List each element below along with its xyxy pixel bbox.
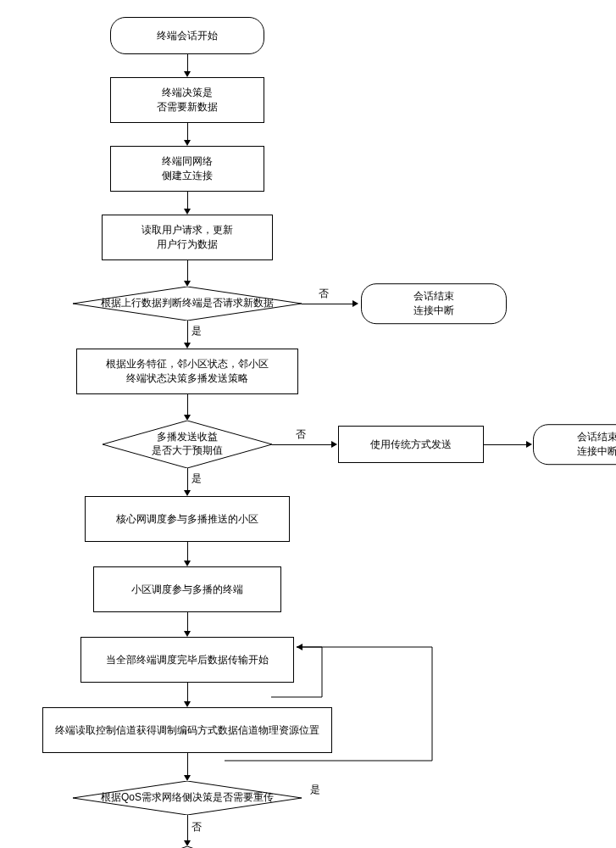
arrow [186, 192, 188, 215]
process-2: 终端同网络 侧建立连接 [110, 146, 264, 192]
process-2-text: 终端同网络 侧建立连接 [162, 154, 213, 183]
process-5: 核心网调度参与多播推送的小区 [85, 496, 290, 542]
end-2-text: 会话结束 连接中断 [577, 430, 616, 459]
decision-3-text: 根据QoS需求网络侧决策是否需要重传 [80, 791, 294, 805]
end-1: 会话结束 连接中断 [361, 283, 507, 324]
end-1-text: 会话结束 连接中断 [413, 289, 454, 318]
arrow [186, 612, 188, 637]
decision-2-text: 多播发送收益 是否大于预期值 [131, 431, 243, 457]
arrow-right: 否 [272, 441, 337, 448]
yes-label: 是 [310, 783, 320, 797]
alt-text: 使用传统方式发送 [370, 438, 452, 452]
arrow [186, 542, 188, 566]
start-text: 终端会话开始 [157, 29, 218, 43]
alt-process: 使用传统方式发送 [338, 426, 484, 463]
end-2: 会话结束 连接中断 [533, 424, 616, 465]
process-8-text: 终端读取控制信道获得调制编码方式数据信道物理资源位置 [55, 723, 319, 738]
arrow-right: 否 [302, 300, 358, 307]
process-6-text: 小区调度参与多播的终端 [131, 583, 243, 597]
arrow [186, 753, 188, 781]
arrow: 是 [186, 321, 188, 349]
process-7: 当全部终端调度完毕后数据传输开始 [80, 637, 294, 683]
no-label: 否 [191, 820, 202, 834]
arrow [186, 394, 188, 421]
arrow: 是 [186, 468, 188, 496]
arrow-right [484, 441, 532, 448]
decision-2: 多播发送收益 是否大于预期值 [103, 421, 272, 468]
no-label: 否 [296, 427, 306, 442]
process-1-text: 终端决策是 否需要新数据 [157, 86, 218, 114]
arrow [186, 260, 188, 287]
process-3: 读取用户请求，更新 用户行为数据 [102, 215, 273, 260]
process-8: 终端读取控制信道获得调制编码方式数据信道物理资源位置 [42, 707, 332, 753]
process-4-text: 根据业务特征，邻小区状态，邻小区 终端状态决策多播发送策略 [106, 357, 269, 386]
process-3-text: 读取用户请求，更新 用户行为数据 [142, 223, 233, 252]
decision-1-text: 根据上行数据判断终端是否请求新数据 [80, 297, 294, 310]
process-4: 根据业务特征，邻小区状态，邻小区 终端状态决策多播发送策略 [76, 349, 298, 394]
decision-1: 根据上行数据判断终端是否请求新数据 [73, 287, 302, 321]
arrow: 否 [186, 815, 188, 846]
decision-3: 根据QoS需求网络侧决策是否需要重传 [73, 781, 302, 815]
arrow [186, 54, 188, 77]
process-5-text: 核心网调度参与多播推送的小区 [116, 512, 258, 527]
start-node: 终端会话开始 [110, 17, 264, 54]
process-7-text: 当全部终端调度完毕后数据传输开始 [106, 653, 269, 667]
yes-label: 是 [191, 324, 202, 338]
no-label: 否 [319, 287, 329, 301]
process-1: 终端决策是 否需要新数据 [110, 77, 264, 123]
yes-label: 是 [191, 471, 202, 486]
arrow [186, 123, 188, 146]
process-6: 小区调度参与多播的终端 [93, 566, 281, 612]
arrow [186, 683, 188, 707]
